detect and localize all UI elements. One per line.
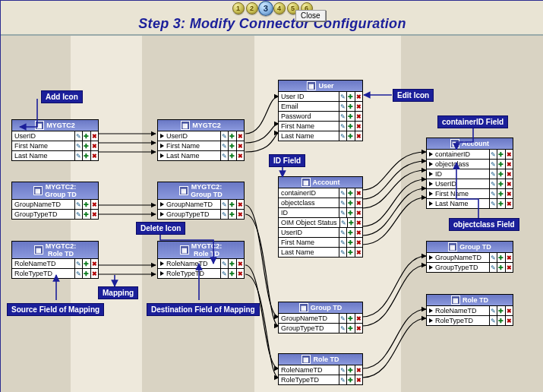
delete-icon[interactable]: ✖	[90, 210, 98, 219]
edit-icon[interactable]: ✎	[75, 131, 82, 141]
delete-icon[interactable]: ✖	[355, 238, 362, 247]
edit-icon[interactable]: ✎	[490, 160, 497, 169]
edit-icon[interactable]: ✎	[490, 253, 497, 262]
delete-icon[interactable]: ✖	[236, 141, 244, 150]
edit-icon[interactable]: ✎	[75, 210, 82, 219]
edit-icon[interactable]: ✎	[339, 131, 346, 141]
add-icon[interactable]: ✚	[497, 189, 504, 198]
delete-icon[interactable]: ✖	[355, 92, 362, 101]
add-icon[interactable]: ✚	[497, 253, 504, 262]
delete-icon[interactable]: ✖	[90, 200, 98, 209]
delete-icon[interactable]: ✖	[355, 248, 362, 257]
add-icon[interactable]: ✚	[497, 263, 504, 272]
delete-icon[interactable]: ✖	[355, 375, 362, 384]
close-button[interactable]: Close	[295, 10, 326, 21]
edit-icon[interactable]: ✎	[75, 200, 82, 209]
delete-icon[interactable]: ✖	[505, 306, 513, 315]
add-icon[interactable]: ✚	[346, 131, 354, 141]
delete-icon[interactable]: ✖	[90, 131, 98, 141]
add-icon[interactable]: ✚	[346, 198, 354, 207]
add-icon[interactable]: ✚	[82, 141, 90, 150]
delete-icon[interactable]: ✖	[505, 189, 513, 198]
edit-icon[interactable]: ✎	[221, 200, 228, 209]
edit-icon[interactable]: ✎	[339, 198, 346, 207]
delete-icon[interactable]: ✖	[90, 151, 98, 160]
delete-icon[interactable]: ✖	[90, 259, 98, 268]
edit-icon[interactable]: ✎	[340, 218, 347, 227]
add-icon[interactable]: ✚	[228, 141, 235, 150]
delete-icon[interactable]: ✖	[236, 259, 244, 268]
delete-icon[interactable]: ✖	[90, 141, 98, 150]
add-icon[interactable]: ✚	[346, 314, 354, 323]
add-icon[interactable]: ✚	[82, 259, 90, 268]
delete-icon[interactable]: ✖	[355, 208, 362, 217]
edit-icon[interactable]: ✎	[339, 365, 346, 375]
delete-icon[interactable]: ✖	[505, 169, 513, 179]
add-icon[interactable]: ✚	[346, 375, 354, 384]
delete-icon[interactable]: ✖	[355, 314, 362, 323]
delete-icon[interactable]: ✖	[355, 218, 362, 227]
add-icon[interactable]: ✚	[346, 208, 354, 217]
edit-icon[interactable]: ✎	[490, 150, 497, 159]
edit-icon[interactable]: ✎	[75, 259, 82, 268]
edit-icon[interactable]: ✎	[490, 179, 497, 188]
add-icon[interactable]: ✚	[346, 122, 354, 131]
delete-icon[interactable]: ✖	[355, 131, 362, 141]
add-icon[interactable]: ✚	[497, 150, 504, 159]
edit-icon[interactable]: ✎	[339, 102, 346, 111]
edit-icon[interactable]: ✎	[490, 263, 497, 272]
delete-icon[interactable]: ✖	[505, 179, 513, 188]
edit-icon[interactable]: ✎	[490, 306, 497, 315]
delete-icon[interactable]: ✖	[236, 151, 244, 160]
edit-icon[interactable]: ✎	[339, 92, 346, 101]
edit-icon[interactable]: ✎	[221, 259, 228, 268]
edit-icon[interactable]: ✎	[339, 122, 346, 131]
edit-icon[interactable]: ✎	[339, 238, 346, 247]
delete-icon[interactable]: ✖	[505, 150, 513, 159]
add-icon[interactable]: ✚	[82, 269, 90, 278]
wizard-step-4[interactable]: 4	[273, 2, 286, 14]
delete-icon[interactable]: ✖	[355, 198, 362, 207]
add-icon[interactable]: ✚	[497, 199, 504, 208]
delete-icon[interactable]: ✖	[236, 269, 244, 278]
edit-icon[interactable]: ✎	[221, 151, 228, 160]
edit-icon[interactable]: ✎	[75, 141, 82, 150]
add-icon[interactable]: ✚	[346, 365, 354, 375]
add-icon[interactable]: ✚	[228, 131, 235, 141]
delete-icon[interactable]: ✖	[90, 269, 98, 278]
wizard-step-1[interactable]: 1	[232, 2, 245, 14]
delete-icon[interactable]: ✖	[355, 122, 362, 131]
delete-icon[interactable]: ✖	[355, 324, 362, 333]
edit-icon[interactable]: ✎	[339, 324, 346, 333]
add-icon[interactable]: ✚	[82, 200, 90, 209]
add-icon[interactable]: ✚	[346, 238, 354, 247]
add-icon[interactable]: ✚	[228, 151, 235, 160]
wizard-step-2[interactable]: 2	[246, 2, 258, 14]
add-icon[interactable]: ✚	[228, 210, 235, 219]
add-icon[interactable]: ✚	[497, 316, 504, 325]
add-icon[interactable]: ✚	[346, 102, 354, 111]
add-icon[interactable]: ✚	[346, 324, 354, 333]
delete-icon[interactable]: ✖	[355, 112, 362, 121]
edit-icon[interactable]: ✎	[339, 228, 346, 237]
delete-icon[interactable]: ✖	[505, 263, 513, 272]
edit-icon[interactable]: ✎	[221, 210, 228, 219]
delete-icon[interactable]: ✖	[505, 316, 513, 325]
add-icon[interactable]: ✚	[82, 151, 90, 160]
edit-icon[interactable]: ✎	[339, 314, 346, 323]
add-icon[interactable]: ✚	[497, 306, 504, 315]
add-icon[interactable]: ✚	[347, 218, 355, 227]
edit-icon[interactable]: ✎	[490, 316, 497, 325]
add-icon[interactable]: ✚	[497, 179, 504, 188]
add-icon[interactable]: ✚	[346, 248, 354, 257]
edit-icon[interactable]: ✎	[75, 151, 82, 160]
delete-icon[interactable]: ✖	[505, 199, 513, 208]
edit-icon[interactable]: ✎	[221, 269, 228, 278]
add-icon[interactable]: ✚	[497, 160, 504, 169]
add-icon[interactable]: ✚	[346, 112, 354, 121]
wizard-step-3[interactable]: 3	[258, 1, 273, 16]
delete-icon[interactable]: ✖	[236, 200, 244, 209]
add-icon[interactable]: ✚	[228, 259, 235, 268]
add-icon[interactable]: ✚	[497, 169, 504, 179]
edit-icon[interactable]: ✎	[490, 189, 497, 198]
